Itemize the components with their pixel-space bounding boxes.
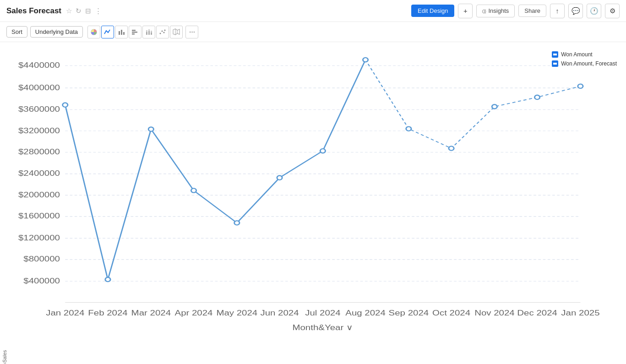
stacked-bar-type-icon[interactable] [142,26,155,38]
save-icon[interactable]: ⊟ [85,7,91,15]
svg-point-66 [449,146,454,150]
y-axis-label: › Sales [0,42,9,364]
svg-text:Nov 2024: Nov 2024 [474,308,515,317]
svg-text:Jul 2024: Jul 2024 [305,308,340,317]
svg-point-13 [160,33,161,34]
svg-text:Jan 2025: Jan 2025 [561,308,599,317]
svg-rect-7 [146,32,147,35]
svg-point-63 [320,149,325,153]
more-options-button[interactable]: ⋯ [185,26,198,38]
svg-point-65 [406,127,411,131]
svg-text:$2400000: $2400000 [18,169,60,178]
svg-rect-6 [132,33,135,35]
svg-rect-2 [121,30,122,35]
svg-rect-11 [151,33,152,35]
svg-rect-12 [151,31,152,33]
star-icon[interactable]: ☆ [66,7,72,15]
svg-rect-3 [123,32,125,35]
svg-point-60 [191,188,196,192]
main-content: › Sales Won Amount Won Amount, Forecast [0,42,626,364]
svg-point-64 [363,58,368,62]
legend-won-amount-forecast: Won Amount, Forecast [552,60,617,67]
refresh-icon[interactable]: ↻ [76,7,82,15]
edit-design-button[interactable]: Edit Design [411,5,454,17]
scatter-type-icon[interactable] [156,26,169,38]
svg-point-68 [534,95,539,99]
svg-point-69 [578,84,583,88]
svg-text:Sep 2024: Sep 2024 [389,308,429,317]
line-chart-type-icon[interactable] [101,26,114,38]
header-actions: Edit Design + ⟃ Insights Share ↑ 💬 🕐 ⚙ [411,4,620,18]
comment-icon[interactable]: 💬 [568,4,583,18]
svg-text:$4000000: $4000000 [18,83,60,92]
svg-text:$400000: $400000 [23,277,60,285]
svg-text:Feb 2024: Feb 2024 [88,308,127,317]
pie-chart-icon[interactable] [87,26,100,38]
svg-text:$2800000: $2800000 [18,147,60,156]
svg-text:Aug 2024: Aug 2024 [345,308,386,317]
svg-point-59 [148,127,153,131]
svg-point-67 [492,104,497,109]
svg-text:$3200000: $3200000 [18,126,60,135]
svg-text:$1200000: $1200000 [18,234,60,242]
svg-rect-10 [148,29,150,31]
svg-text:Jun 2024: Jun 2024 [260,308,299,317]
chart-area: Won Amount Won Amount, Forecast .grid-li… [9,42,626,364]
svg-rect-1 [119,31,120,35]
insights-button[interactable]: ⟃ Insights [476,5,515,17]
insights-icon: ⟃ [482,7,486,15]
svg-text:$1600000: $1600000 [18,212,60,220]
legend-won-amount: Won Amount [552,51,617,58]
svg-rect-9 [148,31,150,35]
svg-text:Mar 2024: Mar 2024 [131,308,171,317]
svg-point-58 [105,277,110,282]
svg-point-57 [63,103,68,107]
svg-rect-5 [132,32,137,33]
svg-text:Dec 2024: Dec 2024 [517,308,557,317]
page-title: Sales Forecast [6,6,61,16]
svg-point-14 [162,30,163,32]
chart-type-selector [87,26,183,38]
header: Sales Forecast ☆ ↻ ⊟ ⋮ Edit Design + ⟃ I… [0,0,626,22]
svg-point-61 [234,221,240,225]
svg-marker-17 [173,29,180,35]
header-icon-group: ☆ ↻ ⊟ ⋮ [66,7,102,15]
svg-text:$3600000: $3600000 [18,105,60,114]
svg-text:$2000000: $2000000 [18,190,60,199]
bar-chart-type-icon[interactable] [115,26,128,38]
more-icon[interactable]: ⋮ [95,7,102,15]
underlying-data-button[interactable]: Underlying Data [30,26,83,38]
svg-text:Month&Year ∨: Month&Year ∨ [292,323,353,332]
map-type-icon[interactable] [170,26,183,38]
svg-text:Apr 2024: Apr 2024 [174,308,212,317]
svg-text:Jan 2024: Jan 2024 [46,308,84,317]
svg-point-15 [163,32,165,33]
share-button[interactable]: Share [518,5,546,17]
svg-point-62 [277,176,282,180]
toolbar: Sort Underlying Data [0,22,626,42]
chart-svg: .grid-line { stroke: #d0d8e8; stroke-wid… [18,51,617,337]
svg-point-16 [164,29,166,31]
settings-icon[interactable]: ⚙ [605,4,620,18]
svg-text:May 2024: May 2024 [216,308,257,317]
svg-rect-8 [146,30,147,32]
alert-icon[interactable]: 🕐 [587,4,601,18]
bar-chart-alt-type-icon[interactable] [129,26,142,38]
export-icon[interactable]: ↑ [550,4,565,18]
svg-rect-4 [132,30,136,31]
svg-text:$4400000: $4400000 [18,61,60,70]
add-button[interactable]: + [458,4,473,18]
sort-button[interactable]: Sort [6,26,27,38]
svg-text:$800000: $800000 [23,255,60,263]
svg-text:Oct 2024: Oct 2024 [432,308,470,317]
chart-legend: Won Amount Won Amount, Forecast [552,51,617,67]
